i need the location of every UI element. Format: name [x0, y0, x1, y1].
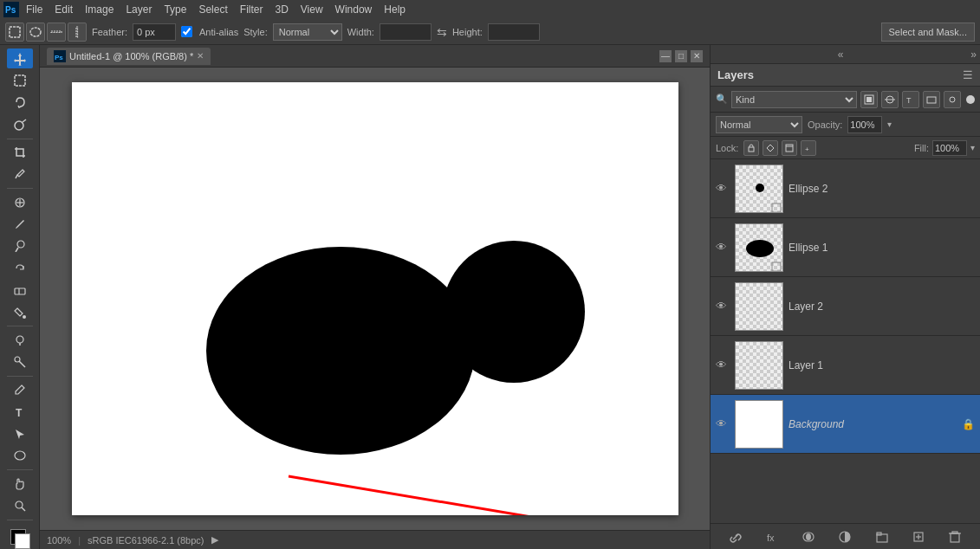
path-select-tool[interactable] [7, 423, 33, 443]
hand-tool[interactable] [7, 474, 33, 494]
new-layer-btn[interactable] [909, 527, 928, 546]
svg-rect-40 [786, 145, 793, 152]
menu-select[interactable]: Select [193, 2, 232, 17]
lock-pixels-btn[interactable] [743, 140, 759, 156]
filter-dot-indicator [966, 95, 975, 104]
fill-label: Fill: [914, 143, 929, 153]
rect-marquee-tool[interactable] [5, 23, 24, 42]
layer-visibility-ellipse2[interactable]: 👁 [716, 182, 730, 195]
opacity-input[interactable] [847, 116, 882, 133]
fill-dropdown-arrow[interactable]: ▾ [970, 143, 975, 152]
color-picker[interactable] [7, 526, 33, 546]
width-input[interactable] [380, 23, 432, 41]
fill-input[interactable] [932, 140, 967, 156]
ellipse-marquee-tool[interactable] [26, 23, 45, 42]
lock-position-btn[interactable] [763, 140, 778, 156]
style-select[interactable]: Normal Fixed Ratio Fixed Size [273, 23, 342, 41]
add-mask-btn[interactable] [799, 527, 818, 546]
collapse-panels-btn[interactable]: « [838, 48, 844, 61]
blur-tool[interactable] [7, 330, 33, 350]
single-row-tool[interactable] [47, 23, 66, 42]
layer-item-layer1[interactable]: 👁 Layer 1 [711, 336, 980, 395]
svg-text:T: T [16, 407, 23, 418]
brush-tool[interactable] [7, 214, 33, 234]
swap-icon[interactable]: ⇆ [437, 25, 447, 39]
menu-view[interactable]: View [295, 2, 328, 17]
history-brush-tool[interactable] [7, 258, 33, 278]
canvas-tab-close-btn[interactable]: ✕ [197, 51, 204, 61]
lasso-tool[interactable] [7, 93, 33, 113]
svg-rect-15 [15, 288, 25, 294]
eraser-tool[interactable] [7, 280, 33, 300]
lock-all-btn[interactable]: + [801, 140, 816, 156]
layer-filter-select[interactable]: Kind [731, 91, 857, 108]
pixel-filter-btn[interactable] [860, 91, 878, 108]
height-input[interactable] [488, 23, 540, 41]
layer-item-background[interactable]: 👁 Background 🔒 [711, 395, 980, 454]
layers-list[interactable]: 👁 Ellipse 2 👁 [711, 159, 980, 523]
shape-filter-btn[interactable] [923, 91, 940, 108]
paint-bucket-tool[interactable] [7, 302, 33, 322]
layer-visibility-background[interactable]: 👁 [716, 417, 730, 430]
svg-rect-63 [736, 401, 783, 449]
canvas-tab-item[interactable]: Ps Untitled-1 @ 100% (RGB/8) * ✕ [47, 48, 211, 65]
opacity-label: Opacity: [808, 119, 842, 130]
layer-item-layer2[interactable]: 👁 Layer 2 [711, 277, 980, 336]
blend-mode-select[interactable]: Normal Multiply Screen Overlay [716, 116, 802, 133]
selection-tool[interactable] [7, 70, 33, 90]
layer-item-ellipse1[interactable]: 👁 Ellipse 1 [711, 218, 980, 277]
layer-name-layer1: Layer 1 [789, 359, 975, 371]
new-group-btn[interactable] [873, 527, 892, 546]
svg-point-29 [443, 241, 585, 383]
menu-edit[interactable]: Edit [49, 2, 78, 17]
zoom-tool[interactable] [7, 495, 33, 515]
smart-filter-btn[interactable] [944, 91, 961, 108]
healing-tool[interactable] [7, 192, 33, 212]
link-layers-btn[interactable] [726, 527, 745, 546]
quick-select-tool[interactable] [7, 114, 33, 134]
feather-input[interactable] [133, 23, 176, 41]
move-tool[interactable] [7, 48, 33, 68]
layer-visibility-ellipse1[interactable]: 👁 [716, 241, 730, 254]
select-and-mask-button[interactable]: Select and Mask... [881, 23, 976, 42]
menu-file[interactable]: File [21, 2, 48, 17]
adjustment-filter-btn[interactable] [881, 91, 899, 108]
menu-3d[interactable]: 3D [269, 2, 293, 17]
pen-tool[interactable] [7, 380, 33, 400]
menu-help[interactable]: Help [379, 2, 411, 17]
menu-layer[interactable]: Layer [120, 2, 157, 17]
type-filter-btn[interactable]: T [902, 91, 919, 108]
shape-tool[interactable] [7, 446, 33, 466]
layer-visibility-layer2[interactable]: 👁 [716, 300, 730, 313]
layer-visibility-layer1[interactable]: 👁 [716, 358, 730, 371]
dodge-tool[interactable] [7, 352, 33, 371]
delete-layer-btn[interactable] [945, 527, 964, 546]
opacity-dropdown-arrow[interactable]: ▾ [887, 119, 892, 129]
svg-rect-7 [15, 75, 25, 86]
eyedropper-tool[interactable] [7, 165, 33, 184]
clone-stamp-tool[interactable] [7, 236, 33, 256]
menu-image[interactable]: Image [80, 2, 119, 17]
layer-item-ellipse2[interactable]: 👁 Ellipse 2 [711, 159, 980, 218]
expand-panels-btn[interactable]: » [970, 48, 977, 61]
single-col-tool[interactable] [68, 23, 87, 42]
maximize-btn[interactable]: □ [675, 50, 687, 62]
menu-filter[interactable]: Filter [235, 2, 269, 17]
layers-panel-menu-btn[interactable]: ☰ [963, 68, 973, 81]
new-adjustment-btn[interactable] [835, 527, 854, 546]
menu-type[interactable]: Type [159, 2, 191, 17]
minimize-btn[interactable]: — [659, 50, 672, 62]
main-area: T Ps Untitled-1 @ 100% (RGB/8) * ✕ [0, 45, 980, 549]
anti-alias-checkbox[interactable] [181, 26, 192, 37]
svg-point-28 [206, 247, 475, 455]
lock-artboards-btn[interactable] [782, 140, 797, 156]
close-btn[interactable]: ✕ [691, 50, 703, 62]
layer-name-ellipse2: Ellipse 2 [789, 183, 975, 195]
add-fx-btn[interactable]: fx [763, 527, 782, 546]
canvas-document[interactable] [72, 82, 678, 515]
arrow-more[interactable]: ▶ [211, 534, 218, 546]
text-tool[interactable]: T [7, 402, 33, 422]
toolbar-divider-3 [7, 326, 33, 326]
crop-tool[interactable] [7, 142, 33, 162]
menu-window[interactable]: Window [330, 2, 378, 17]
